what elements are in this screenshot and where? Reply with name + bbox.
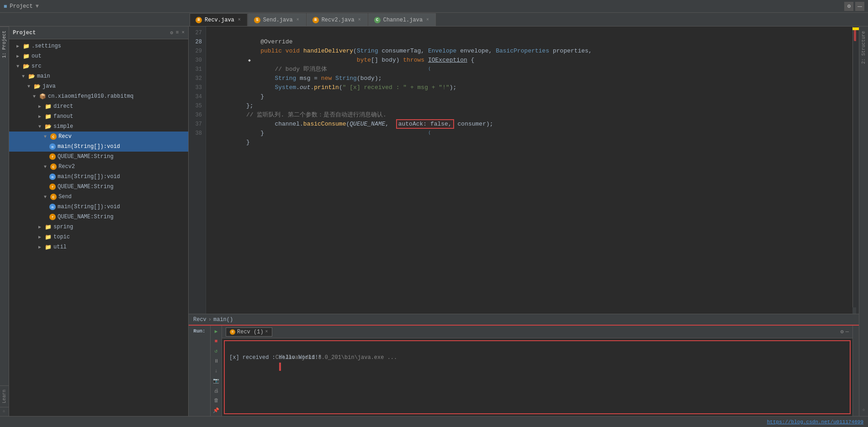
run-output[interactable]: C:\Java\jdk1.8.0_201\bin\java.exe ... [x… [224,340,851,414]
project-header: Project ⚙ ≡ × [9,26,188,39]
out-label: out [32,53,42,59]
recv-main-icon: m [49,143,56,150]
collapse-icon[interactable]: ≡ [176,30,179,36]
run-tab-recv[interactable]: R Recv (1) × [226,327,272,337]
send-main-label: main(String[]):void [58,204,120,210]
recv-java-icon: R [196,17,202,23]
sidebar-label-learn[interactable]: Learn [0,385,9,407]
tab-send-close[interactable]: × [296,17,300,23]
ln-28: 28 [191,37,202,47]
java-folder-icon: 📂 [34,83,41,90]
tree-item-send-main[interactable]: m main(String[]):void [9,202,188,212]
breadcrumb-bar: Recv › main() [189,314,859,325]
left-sidebar-labels: 1: Project Learn ☆ [0,26,9,416]
tree-item-recv-queuename[interactable]: f QUEUE_NAME:String [9,152,188,162]
run-print-btn[interactable]: 🖨 [212,386,220,395]
scroll-track [856,26,859,314]
settings-label: .settings [32,43,61,49]
breadcrumb-main[interactable]: main() [213,316,233,323]
run-trash-btn[interactable]: 🗑 [212,396,220,405]
breadcrumb-recv[interactable]: Recv [193,316,206,323]
code-line-29: byte[] body) throws IOException { ⟨ [211,47,854,56]
settings-arrow: ▶ [16,43,21,49]
recv2-arrow: ▼ [44,164,48,169]
tab-recv2-java[interactable]: R Recv2.java × [307,13,368,26]
tree-item-recv2-queuename[interactable]: f QUEUE_NAME:String [9,182,188,192]
run-pin-btn[interactable]: 📌 [212,406,220,415]
run-step-btn[interactable]: ↓ [212,367,220,375]
tree-item-fanout[interactable]: ▶ 📁 fanout [9,111,188,121]
gear-icon[interactable]: ⚙ [170,30,173,36]
run-play-btn[interactable]: ▶ [212,327,220,336]
tree-item-recv-main[interactable]: m main(String[]):void [9,142,188,152]
tree-item-topic[interactable]: ▶ 📁 topic [9,232,188,242]
tree-item-java[interactable]: ▼ 📂 java [9,81,188,91]
code-line-37: } [211,120,854,129]
run-minimize-icon[interactable]: — [846,329,849,335]
status-bar-url[interactable]: https://blog.csdn.net/u011174699 [767,419,863,425]
code-content[interactable]: @Override public void handleDelivery(Str… [206,26,859,314]
run-camera-btn[interactable]: 📷 [212,377,220,385]
tree-item-settings[interactable]: ▶ 📁 .settings [9,41,188,51]
package-arrow: ▼ [33,94,37,99]
tab-channel-java[interactable]: C Channel.java × [368,13,436,26]
tree-item-src[interactable]: ▼ 📂 src [9,61,188,71]
run-label: Run: [193,328,205,334]
util-label: util [53,244,67,250]
tree-item-recv[interactable]: ▼ C Recv [9,132,188,142]
code-line-30: // body 即消息体 [211,56,854,65]
tab-recv-close[interactable]: × [237,17,242,23]
project-header-icons: ⚙ ≡ × [170,30,185,36]
send-main-icon: m [49,204,56,210]
ln-32: 32 [191,74,202,83]
tree-item-recv2-main[interactable]: m main(String[]):void [9,172,188,182]
tree-item-send[interactable]: ▼ C Send [9,192,188,202]
toolbar-minimize-btn[interactable]: — [855,2,864,11]
util-folder-icon: 📁 [45,244,52,251]
run-tab-close[interactable]: × [265,329,268,334]
tree-item-out[interactable]: ▶ 📁 out [9,51,188,61]
recv2-java-icon: R [312,17,319,23]
ln-37: 37 [191,120,202,129]
sidebar-label-project[interactable]: 1: Project [0,26,9,62]
tree-item-package[interactable]: ▼ 📦 cn.xiaomifeng1010.rabbitmq [9,91,188,101]
toolbar-settings-btn[interactable]: ⚙ [844,2,853,11]
simple-label: simple [53,123,73,130]
tab-channel-close[interactable]: × [425,17,430,23]
run-pause-btn[interactable]: ⏸ [212,357,220,365]
src-arrow: ▼ [16,64,21,69]
tree-item-recv2[interactable]: ▼ C Recv2 [9,162,188,172]
recv-queuename-label: QUEUE_NAME:String [58,153,113,160]
tree-item-util[interactable]: ▶ 📁 util [9,242,188,252]
recv2-class-icon: C [50,163,57,170]
run-settings-icon[interactable]: ⚙ [841,328,844,335]
tab-recv-java[interactable]: R Recv.java × [190,13,248,26]
send-java-icon: S [254,17,260,23]
direct-label: direct [53,103,73,110]
right-strip-item-structure[interactable]: 2: Structure [860,28,867,67]
tab-recv-label: Recv.java [205,17,234,23]
recv2-main-icon: m [49,174,56,180]
run-tab-icon: R [230,329,235,335]
tree-item-send-queuename[interactable]: f QUEUE_NAME:String [9,212,188,222]
workspace: 1: Project Learn ☆ Project ⚙ ≡ × ▶ 📁 .se… [0,26,868,416]
editor-scrollbar[interactable] [852,26,859,314]
title-dropdown-icon[interactable]: ▼ [36,3,39,10]
project-tree: ▶ 📁 .settings ▶ 📁 out ▼ 📂 src ▼ 📂 main [9,39,188,416]
bottom-panel: Run: ▶ ■ ↺ ⏸ ↓ 📷 🖨 🗑 📌 R Re [189,325,859,416]
code-editor[interactable]: 27 28 29 30 31 32 33 34 35 36 37 38 @Ove… [189,26,859,314]
tree-item-main[interactable]: ▼ 📂 main [9,71,188,81]
tree-item-direct[interactable]: ▶ 📁 direct [9,101,188,111]
spring-folder-icon: 📁 [45,224,52,231]
close-panel-icon[interactable]: × [181,30,185,36]
tab-recv2-close[interactable]: × [357,17,362,23]
run-stop-btn[interactable]: ■ [212,337,220,346]
ln-33: 33 [191,83,202,92]
tree-item-spring[interactable]: ▶ 📁 spring [9,222,188,232]
out-arrow: ▶ [16,53,21,59]
right-strip-item-favorites[interactable]: ☆ [862,406,865,416]
sidebar-label-favorites[interactable]: ☆ [0,407,9,416]
run-rerun-btn[interactable]: ↺ [212,347,220,355]
tab-send-java[interactable]: S Send.java × [248,13,306,26]
tree-item-simple[interactable]: ▼ 📂 simple [9,121,188,132]
